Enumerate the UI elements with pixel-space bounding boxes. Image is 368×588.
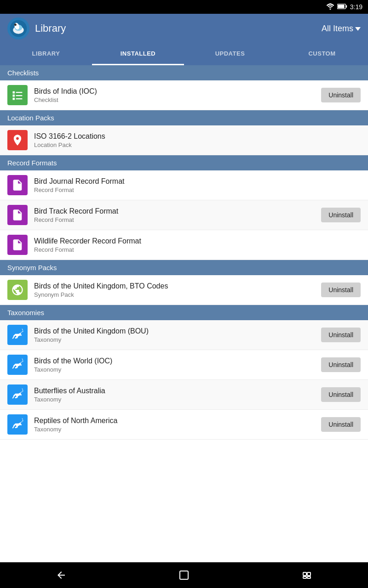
list-item: Birds of the World (IOC) Taxonomy Uninst… xyxy=(0,350,368,380)
svg-rect-10 xyxy=(16,92,23,93)
list-item: Birds of the United Kingdom, BTO Codes S… xyxy=(0,275,368,305)
document-icon xyxy=(7,235,28,255)
section-header-location-packs: Location Packs xyxy=(0,110,368,125)
filter-label: All Items xyxy=(322,24,353,34)
section-header-record-formats: Record Formats xyxy=(0,155,368,170)
tab-library[interactable]: LIBRARY xyxy=(0,43,92,65)
svg-rect-13 xyxy=(13,98,15,100)
uninstall-button[interactable]: Uninstall xyxy=(321,357,361,372)
list-item: Bird Track Record Format Record Format U… xyxy=(0,200,368,230)
svg-point-18 xyxy=(21,421,22,422)
header-left: Library xyxy=(7,17,66,40)
uninstall-button[interactable]: Uninstall xyxy=(321,328,361,342)
status-icons: 3:19 xyxy=(326,3,362,11)
item-text: Wildlife Recorder Record Format Record F… xyxy=(34,237,361,253)
item-text: Birds of the World (IOC) Taxonomy xyxy=(34,357,321,373)
list-item: ISO 3166-2 Locations Location Pack xyxy=(0,125,368,155)
svg-point-0 xyxy=(329,8,331,10)
tab-updates[interactable]: UPDATES xyxy=(184,43,276,65)
bird-icon xyxy=(7,325,28,345)
dropdown-arrow-icon xyxy=(355,27,361,31)
bird-icon xyxy=(7,384,28,405)
section-header-synonym-packs: Synonym Packs xyxy=(0,260,368,275)
location-icon xyxy=(7,130,28,150)
svg-rect-20 xyxy=(303,572,306,576)
tab-custom[interactable]: CUSTOM xyxy=(276,43,368,65)
list-item: Birds of the United Kingdom (BOU) Taxono… xyxy=(0,320,368,350)
app-logo xyxy=(7,17,29,40)
svg-rect-21 xyxy=(307,572,310,576)
svg-rect-3 xyxy=(338,5,344,8)
uninstall-button[interactable]: Uninstall xyxy=(321,88,361,102)
status-bar: 3:19 xyxy=(0,0,368,14)
list-item: Birds of India (IOC) Checklist Uninstall xyxy=(0,80,368,110)
svg-point-8 xyxy=(14,23,17,26)
tab-installed[interactable]: INSTALLED xyxy=(92,43,184,65)
home-button[interactable] xyxy=(170,566,198,584)
list-item: Reptiles of North America Taxonomy Unins… xyxy=(0,410,368,440)
document-icon xyxy=(7,175,28,195)
svg-rect-14 xyxy=(16,98,23,99)
document-icon xyxy=(7,205,28,225)
uninstall-button[interactable]: Uninstall xyxy=(321,387,361,402)
app-header: Library All Items xyxy=(0,14,368,43)
wifi-icon xyxy=(326,3,334,11)
svg-rect-11 xyxy=(13,95,15,97)
svg-point-15 xyxy=(21,332,22,333)
item-text: ISO 3166-2 Locations Location Pack xyxy=(34,132,361,148)
svg-point-16 xyxy=(21,362,22,362)
item-text: Reptiles of North America Taxonomy xyxy=(34,417,321,433)
item-text: Birds of India (IOC) Checklist xyxy=(34,87,321,103)
item-text: Birds of the United Kingdom (BOU) Taxono… xyxy=(34,327,321,343)
item-text: Birds of the United Kingdom, BTO Codes S… xyxy=(34,282,321,298)
item-text: Bird Journal Record Format Record Format xyxy=(34,177,361,193)
item-text: Bird Track Record Format Record Format xyxy=(34,207,321,223)
svg-rect-23 xyxy=(307,577,310,578)
svg-rect-22 xyxy=(303,577,306,578)
uninstall-button[interactable]: Uninstall xyxy=(321,208,361,222)
checklist-icon xyxy=(7,85,28,105)
svg-point-17 xyxy=(21,391,22,392)
all-items-filter[interactable]: All Items xyxy=(322,24,361,34)
nav-bar xyxy=(0,562,368,588)
svg-rect-9 xyxy=(13,91,15,94)
bird-icon xyxy=(7,355,28,375)
uninstall-button[interactable]: Uninstall xyxy=(321,283,361,297)
section-header-checklists: Checklists xyxy=(0,65,368,80)
list-item: Butterflies of Australia Taxonomy Uninst… xyxy=(0,380,368,410)
tabs-bar: LIBRARY INSTALLED UPDATES CUSTOM xyxy=(0,43,368,65)
recents-button[interactable] xyxy=(293,566,321,584)
uninstall-button[interactable]: Uninstall xyxy=(321,417,361,432)
section-header-taxonomies: Taxonomies xyxy=(0,305,368,320)
app-title: Library xyxy=(35,23,66,34)
bird-icon xyxy=(7,414,28,435)
globe-icon xyxy=(7,280,28,300)
svg-rect-12 xyxy=(16,95,23,96)
svg-rect-19 xyxy=(180,571,188,579)
list-item: Wildlife Recorder Record Format Record F… xyxy=(0,230,368,260)
back-button[interactable] xyxy=(47,566,75,584)
svg-rect-2 xyxy=(345,5,347,7)
status-time: 3:19 xyxy=(350,3,362,11)
battery-icon xyxy=(337,4,347,11)
content-area: Checklists Birds of India (IOC) Checklis… xyxy=(0,65,368,562)
list-item: Bird Journal Record Format Record Format xyxy=(0,170,368,200)
item-text: Butterflies of Australia Taxonomy xyxy=(34,387,321,403)
